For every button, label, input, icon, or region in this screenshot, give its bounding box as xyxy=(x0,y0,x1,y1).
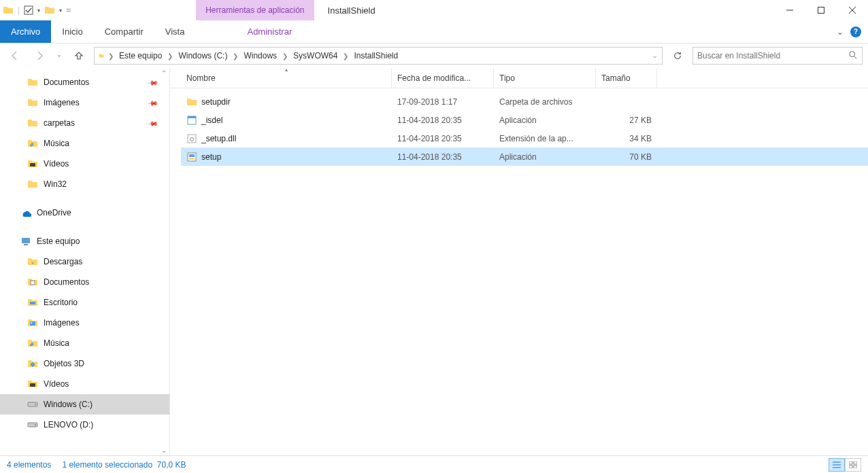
tree-item-label: Objetos 3D xyxy=(44,359,84,368)
tree-item[interactable]: Música xyxy=(0,333,169,353)
address-dropdown-icon[interactable]: ⌵ xyxy=(649,52,661,59)
folder-icon xyxy=(3,5,14,16)
tab-manage[interactable]: Administrar xyxy=(236,20,303,43)
tree-item[interactable]: Documentos xyxy=(0,272,169,292)
tree-item[interactable]: Vídeos xyxy=(0,154,169,174)
tree-item[interactable]: Imágenes📌 xyxy=(0,92,169,113)
svg-rect-3 xyxy=(30,163,35,167)
qat-dropdown-icon[interactable]: ▾ xyxy=(59,7,62,14)
tree-item-label: Música xyxy=(44,338,69,348)
qat-dropdown-icon[interactable]: ▾ xyxy=(37,7,40,14)
minimize-button[interactable] xyxy=(774,0,805,20)
file-type: Carpeta de archivos xyxy=(494,97,596,107)
scroll-down-icon[interactable]: ⌄ xyxy=(161,446,167,454)
svg-point-14 xyxy=(35,424,36,425)
recent-dropdown[interactable]: ▾ xyxy=(54,46,64,65)
tree-item-label: Escritorio xyxy=(44,298,78,307)
column-date[interactable]: Fecha de modifica... xyxy=(392,68,494,88)
svg-rect-23 xyxy=(854,461,857,464)
search-box[interactable] xyxy=(692,47,863,65)
tree-item[interactable]: Este equipo xyxy=(0,231,169,251)
chevron-right-icon[interactable]: ❯ xyxy=(281,52,289,60)
up-button[interactable] xyxy=(69,46,88,65)
tab-share[interactable]: Compartir xyxy=(94,20,154,43)
file-row[interactable]: _setup.dll11-04-2018 20:35Extensión de l… xyxy=(181,129,868,147)
tree-item[interactable]: Descargas xyxy=(0,251,169,272)
tree-item[interactable]: Vídeos xyxy=(0,374,169,394)
checkbox-icon[interactable] xyxy=(24,5,33,15)
ribbon-expand-icon[interactable]: ⌄ xyxy=(837,27,844,37)
file-row[interactable]: setup11-04-2018 20:35Aplicación70 KB xyxy=(181,147,868,166)
tree-item-label: Imágenes xyxy=(44,318,80,328)
tree-item[interactable]: Windows (C:) xyxy=(0,394,169,415)
column-size[interactable]: Tamaño xyxy=(596,68,657,88)
file-type: Aplicación xyxy=(494,152,596,162)
file-type: Extensión de la ap... xyxy=(494,134,596,143)
file-name: _isdel xyxy=(201,116,222,125)
svg-rect-17 xyxy=(188,135,196,143)
qat-separator: | xyxy=(18,5,20,15)
tree-item-label: LENOVO (D:) xyxy=(44,420,93,430)
breadcrumb-segment[interactable]: Windows (C:) xyxy=(174,48,231,64)
tree-item[interactable]: OneDrive xyxy=(0,203,169,223)
tree-item-label: Windows (C:) xyxy=(44,400,93,409)
chevron-right-icon[interactable]: ❯ xyxy=(107,52,115,60)
maximize-button[interactable] xyxy=(805,0,837,20)
close-button[interactable] xyxy=(837,0,868,20)
breadcrumb-segment[interactable]: InstallShield xyxy=(350,48,402,64)
search-icon[interactable] xyxy=(848,50,858,62)
breadcrumb-segment[interactable]: Este equipo xyxy=(115,48,166,64)
search-input[interactable] xyxy=(697,51,848,60)
file-date: 11-04-2018 20:35 xyxy=(392,116,494,125)
file-name: setup xyxy=(201,152,221,162)
svg-rect-24 xyxy=(849,466,852,468)
breadcrumb-segment[interactable]: Windows xyxy=(239,48,281,64)
chevron-right-icon[interactable]: ❯ xyxy=(341,52,350,60)
column-name[interactable]: Nombre ▴ xyxy=(181,68,392,88)
tab-view[interactable]: Vista xyxy=(154,20,196,43)
file-date: 11-04-2018 20:35 xyxy=(392,152,494,162)
tree-item[interactable]: Imágenes xyxy=(0,313,169,333)
svg-rect-16 xyxy=(188,116,196,118)
forward-button[interactable] xyxy=(30,46,49,65)
file-row[interactable]: setupdir17-09-2018 1:17Carpeta de archiv… xyxy=(181,92,868,111)
svg-point-9 xyxy=(31,322,32,323)
view-large-icons-button[interactable] xyxy=(845,458,861,472)
tree-item[interactable]: Objetos 3D xyxy=(0,353,169,374)
sort-asc-icon: ▴ xyxy=(285,68,288,73)
svg-rect-21 xyxy=(189,158,195,160)
refresh-button[interactable] xyxy=(668,47,687,65)
file-row[interactable]: _isdel11-04-2018 20:35Aplicación27 KB xyxy=(181,111,868,129)
tab-file[interactable]: Archivo xyxy=(0,20,51,43)
pin-icon: 📌 xyxy=(148,118,158,128)
file-date: 17-09-2018 1:17 xyxy=(392,97,494,107)
chevron-right-icon[interactable]: ❯ xyxy=(166,52,174,60)
tree-item[interactable]: Documentos📌 xyxy=(0,72,169,92)
column-type[interactable]: Tipo xyxy=(494,68,596,88)
help-button[interactable]: ? xyxy=(850,27,861,37)
tab-home[interactable]: Inicio xyxy=(51,20,93,43)
status-selection-size: 70,0 KB xyxy=(157,460,186,470)
pin-icon: 📌 xyxy=(148,77,158,88)
navigation-tree[interactable]: ⌃ ⌄ Documentos📌Imágenes📌carpetas📌MúsicaV… xyxy=(0,68,170,455)
tree-item[interactable]: Escritorio xyxy=(0,292,169,313)
tree-item[interactable]: Win32 xyxy=(0,174,169,194)
tree-item[interactable]: carpetas📌 xyxy=(0,113,169,133)
file-date: 11-04-2018 20:35 xyxy=(392,134,494,143)
back-button[interactable] xyxy=(5,46,24,65)
tree-item[interactable]: Música xyxy=(0,133,169,154)
breadcrumb-segment[interactable]: SysWOW64 xyxy=(289,48,341,64)
address-bar[interactable]: ❯ Este equipo ❯ Windows (C:) ❯ Windows ❯… xyxy=(94,47,663,65)
qat-overflow[interactable]: = xyxy=(66,5,71,15)
column-headers: Nombre ▴ Fecha de modifica... Tipo Tamañ… xyxy=(170,68,868,88)
chevron-right-icon[interactable]: ❯ xyxy=(231,52,239,60)
svg-rect-0 xyxy=(24,6,33,14)
tree-item[interactable]: LENOVO (D:) xyxy=(0,415,169,435)
contextual-tab-label: Herramientas de aplicación xyxy=(196,0,314,20)
tree-item-label: Vídeos xyxy=(44,159,69,169)
view-details-button[interactable] xyxy=(829,458,845,472)
folder-icon xyxy=(96,48,107,64)
svg-rect-4 xyxy=(22,238,30,243)
tree-item-label: Vídeos xyxy=(44,379,69,389)
svg-rect-25 xyxy=(854,466,857,468)
